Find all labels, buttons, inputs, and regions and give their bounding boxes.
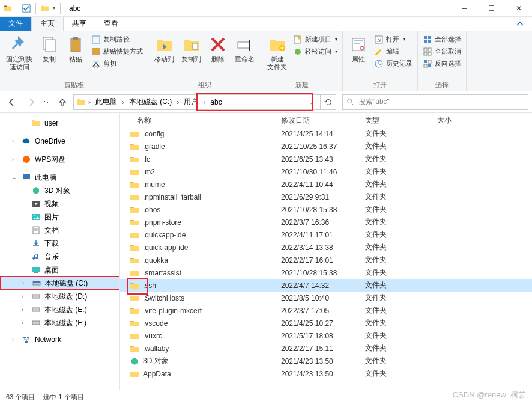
maximize-button[interactable]: ☐ [478, 0, 505, 17]
chevron-right-icon[interactable]: › [202, 98, 207, 106]
svg-rect-21 [424, 40, 427, 43]
close-button[interactable]: ✕ [505, 0, 532, 17]
col-name[interactable]: 名称 [120, 113, 276, 127]
sidebar-item-downloads[interactable]: 下载 [0, 237, 119, 250]
select-all-button[interactable]: 全部选择 [420, 34, 464, 46]
table-row[interactable]: .vite-plugin-mkcert2022/3/7 17:05文件夹 [120, 304, 532, 317]
file-name: .gradle [143, 142, 165, 151]
table-row[interactable]: .vscode2021/4/25 10:27文件夹 [120, 317, 532, 329]
sidebar-item-music[interactable]: 音乐 [0, 250, 119, 263]
recent-button[interactable] [42, 94, 52, 111]
dropdown-icon[interactable]: ▾ [53, 5, 55, 11]
table-row[interactable]: .mume2022/4/11 10:44文件夹 [120, 178, 532, 191]
table-row[interactable]: .quokka2022/2/17 16:01文件夹 [120, 254, 532, 266]
table-row[interactable]: .gradle2021/10/25 16:37文件夹 [120, 140, 532, 153]
file-type: 文件夹 [360, 179, 432, 189]
file-type: 文件夹 [360, 141, 432, 152]
file-name: .SwitchHosts [143, 294, 184, 302]
table-row[interactable]: .config2021/4/25 14:14文件夹 [120, 127, 532, 140]
table-row[interactable]: .smartassist2021/10/28 15:38文件夹 [120, 266, 532, 279]
table-row[interactable]: .ssh2022/4/7 14:32文件夹 [120, 279, 532, 292]
chevron-right-icon[interactable]: › [87, 98, 92, 106]
address-bar[interactable]: › 此电脑 › 本地磁盘 (C:) › 用户 › abc ⌵ [73, 94, 321, 110]
search-input[interactable]: 搜索"abc" [342, 94, 528, 110]
paste-shortcut-button[interactable]: 粘贴快捷方式 [89, 46, 145, 58]
forward-button[interactable] [23, 94, 40, 111]
file-name: .vscode [143, 319, 168, 328]
tab-file[interactable]: 文件 [0, 17, 31, 31]
table-row[interactable]: AppData2021/4/23 13:50文件夹 [120, 367, 532, 380]
col-date[interactable]: 修改日期 [276, 113, 360, 127]
cut-button[interactable]: 剪切 [89, 58, 145, 70]
file-type: 文件夹 [360, 230, 432, 240]
crumb-current[interactable]: abc [208, 95, 224, 109]
crumb-users[interactable]: 用户 [181, 95, 201, 109]
sidebar-item-wps[interactable]: ›WPS网盘 [0, 153, 119, 166]
col-type[interactable]: 类型 [360, 113, 432, 127]
sidebar-item-user[interactable]: user [0, 117, 119, 130]
table-row[interactable]: .m22021/10/30 11:46文件夹 [120, 165, 532, 178]
new-folder-button[interactable]: 新建 文件夹 [264, 32, 291, 73]
table-row[interactable]: .wallaby2022/2/17 15:11文件夹 [120, 342, 532, 355]
up-button[interactable] [54, 94, 71, 111]
paste-button[interactable]: 粘贴 [62, 32, 89, 66]
history-button[interactable]: 历史记录 [372, 58, 415, 70]
help-button[interactable] [508, 17, 532, 31]
folder-icon [130, 218, 139, 227]
sidebar-item-drive-f[interactable]: ›本地磁盘 (F:) [0, 316, 119, 329]
table-row[interactable]: .pnpm-store2022/3/7 16:36文件夹 [120, 216, 532, 228]
invert-select-button[interactable]: 反向选择 [420, 58, 464, 70]
file-type: 文件夹 [360, 217, 432, 227]
sidebar-item-drive-d[interactable]: ›本地磁盘 (D:) [0, 290, 119, 303]
easy-access-button[interactable]: 轻松访问▾ [291, 46, 340, 58]
table-row[interactable]: .quick-app-ide2022/3/14 13:38文件夹 [120, 241, 532, 254]
rename-button[interactable]: 重命名 [231, 32, 258, 66]
tab-home[interactable]: 主页 [31, 17, 64, 31]
table-row[interactable]: .SwitchHosts2021/8/5 10:40文件夹 [120, 292, 532, 304]
copy-path-button[interactable]: 复制路径 [89, 34, 145, 46]
copy-to-button[interactable]: 复制到 [178, 32, 205, 66]
address-dropdown[interactable]: ⌵ [306, 98, 318, 106]
folder-icon [130, 268, 139, 278]
status-count: 63 个项目 [6, 393, 35, 402]
chevron-right-icon[interactable]: › [121, 98, 125, 106]
tab-share[interactable]: 共享 [64, 17, 95, 31]
new-item-button[interactable]: 新建项目▾ [291, 34, 340, 46]
sidebar-item-drive-c[interactable]: ›本地磁盘 (C:) [0, 277, 119, 290]
open-button[interactable]: 打开▾ [372, 34, 415, 46]
table-row[interactable]: .quickapp-ide2022/4/11 17:01文件夹 [120, 228, 532, 241]
table-row[interactable]: .npminstall_tarball2021/6/29 9:31文件夹 [120, 191, 532, 203]
refresh-button[interactable] [321, 94, 336, 110]
properties-button[interactable]: 属性 [345, 32, 372, 66]
minimize-button[interactable]: ─ [451, 0, 478, 17]
table-row[interactable]: .ohos2021/10/28 15:38文件夹 [120, 203, 532, 216]
list-view[interactable]: 名称 修改日期 类型 大小 .config2021/4/25 14:14文件夹.… [120, 113, 532, 390]
table-row[interactable]: .lc2021/6/25 13:43文件夹 [120, 153, 532, 165]
copy-button[interactable]: 复制 [36, 32, 62, 66]
sidebar-item-3d[interactable]: 3D 对象 [0, 184, 119, 197]
crumb-drive[interactable]: 本地磁盘 (C:) [127, 95, 174, 109]
sidebar-item-onedrive[interactable]: ›OneDrive [0, 135, 119, 148]
tab-view[interactable]: 查看 [95, 17, 127, 31]
select-none-button[interactable]: 全部取消 [420, 46, 464, 58]
sidebar-item-video[interactable]: 视频 [0, 197, 119, 210]
table-row[interactable]: 3D 对象2021/4/23 13:50文件夹 [120, 355, 532, 367]
pin-to-quick-button[interactable]: 固定到快 速访问 [2, 32, 36, 73]
sidebar-item-drive-e[interactable]: ›本地磁盘 (E:) [0, 303, 119, 316]
col-size[interactable]: 大小 [432, 113, 492, 127]
sidebar[interactable]: user ›OneDrive ›WPS网盘 ⌄此电脑 3D 对象 视频 图片 文… [0, 113, 120, 390]
crumb-pc[interactable]: 此电脑 [93, 95, 119, 109]
table-row[interactable]: .vuxrc2021/5/17 18:08文件夹 [120, 329, 532, 342]
sidebar-item-pictures[interactable]: 图片 [0, 210, 119, 224]
delete-button[interactable]: 删除 [205, 32, 231, 66]
move-to-button[interactable]: 移动到 [151, 32, 178, 66]
edit-button[interactable]: 编辑 [372, 46, 415, 58]
sidebar-item-network[interactable]: ›Network [0, 333, 119, 346]
file-type: 文件夹 [360, 167, 432, 177]
back-button[interactable] [4, 94, 20, 111]
sidebar-item-documents[interactable]: 文档 [0, 224, 119, 237]
chevron-right-icon[interactable]: › [175, 98, 180, 106]
sidebar-item-pc[interactable]: ⌄此电脑 [0, 171, 119, 184]
sidebar-item-desktop[interactable]: 桌面 [0, 263, 119, 277]
checkbox-icon[interactable] [22, 4, 31, 13]
